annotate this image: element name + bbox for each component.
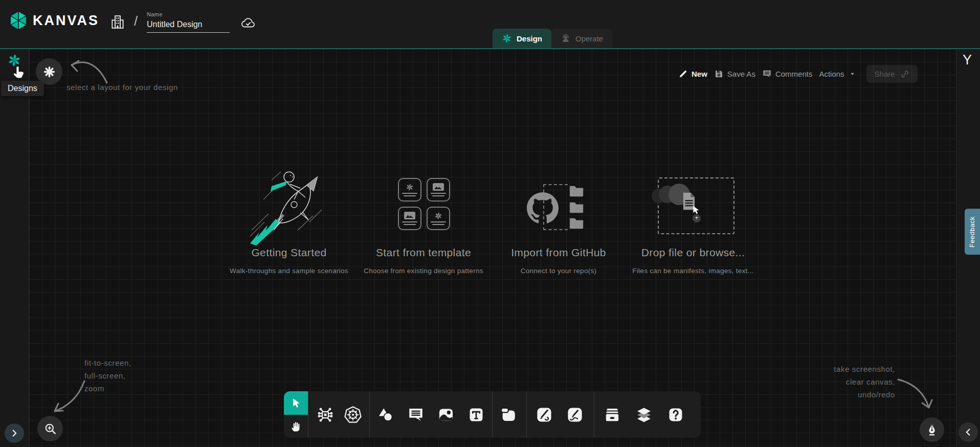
bottom-toolbar — [284, 391, 701, 438]
design-shutter-icon — [502, 33, 512, 43]
brand-logo[interactable]: KANVAS — [8, 10, 99, 31]
new-design-button[interactable]: New — [678, 69, 707, 79]
left-rail — [0, 49, 29, 447]
card-subtitle: Walk-throughs and sample scenarios — [228, 267, 350, 275]
tab-design[interactable]: Design — [493, 29, 551, 48]
folder-icon — [569, 184, 584, 199]
zoom-hint-line2: full-screen, — [84, 369, 131, 382]
actions-hint-line1: take screenshot, — [798, 363, 895, 375]
comment-icon — [407, 406, 425, 423]
collapse-right-panel-button[interactable] — [959, 422, 978, 442]
card-title: Start from template — [362, 247, 485, 259]
path-separator: / — [134, 13, 138, 29]
card-subtitle: Files can be manifests, images, text... — [632, 267, 754, 275]
canvas-top-border — [0, 48, 980, 49]
drop-file-illustration: + — [632, 169, 754, 244]
design-name-input[interactable] — [147, 19, 230, 33]
kanvas-hexagon-icon — [8, 10, 29, 31]
card-title: Drop file or browse... — [632, 247, 754, 259]
template-cell-image — [398, 207, 421, 230]
rocket-illustration — [228, 169, 350, 244]
toolbar-group-annotate — [370, 391, 492, 438]
layout-hint-text: select a layout for your design — [66, 83, 178, 92]
comment-tool[interactable] — [407, 406, 425, 424]
text-tool[interactable] — [467, 406, 485, 424]
layers-tool[interactable] — [635, 406, 653, 424]
share-label: Share — [875, 70, 895, 78]
operate-person-icon — [561, 33, 571, 43]
github-illustration — [497, 169, 620, 244]
cursor-arrow-icon — [290, 397, 302, 409]
image-icon — [437, 406, 455, 423]
toolbar-group-draw — [527, 391, 594, 438]
container-shape-icon — [500, 406, 517, 423]
card-subtitle: Choose from existing design patterns — [362, 267, 485, 275]
shapes-icon — [377, 406, 394, 423]
toolbar-group-infra — [308, 391, 369, 438]
tab-design-label: Design — [517, 34, 542, 43]
comments-label: Comments — [775, 70, 813, 78]
expand-left-panel-button[interactable] — [5, 423, 24, 443]
zoom-button[interactable] — [37, 416, 63, 441]
drawer-icon — [604, 406, 621, 423]
design-actions-toolbar: New Save As Comments Actions Share — [678, 65, 918, 83]
folder-icon — [569, 216, 584, 231]
template-cell-image — [427, 178, 450, 202]
design-name-label: Name — [147, 11, 230, 17]
cloud-sync-icon — [240, 15, 256, 33]
card-getting-started[interactable]: Getting Started Walk-throughs and sample… — [228, 169, 350, 286]
tab-operate[interactable]: Operate — [551, 29, 612, 48]
freehand-tool[interactable] — [566, 406, 584, 424]
card-start-from-template[interactable]: Start from template Choose from existing… — [362, 169, 485, 286]
card-title: Getting Started — [228, 247, 350, 259]
shapes-tool[interactable] — [376, 406, 395, 424]
zoom-hint-line1: fit-to-screen, — [84, 356, 131, 369]
template-cell-shutter — [398, 178, 421, 202]
mode-tabs: Design Operate — [493, 29, 612, 48]
comments-button[interactable]: Comments — [762, 69, 813, 79]
select-tool[interactable] — [284, 391, 308, 415]
actions-dropdown[interactable]: Actions — [819, 70, 856, 78]
design-name-block: Name — [147, 11, 230, 33]
actions-hint-line2: clear canvas, — [798, 375, 895, 388]
brand-name: KANVAS — [33, 13, 99, 29]
edge-tool[interactable] — [535, 406, 553, 424]
toolbar-group-misc — [594, 391, 699, 438]
asterisk-icon — [43, 65, 56, 78]
component-tool[interactable] — [316, 406, 335, 424]
chevron-left-icon — [963, 427, 974, 438]
help-tool[interactable] — [666, 406, 685, 424]
card-title: Import from GitHub — [497, 247, 620, 259]
question-mark-icon — [667, 406, 684, 423]
new-label: New — [692, 70, 707, 78]
comment-icon — [762, 69, 772, 79]
pencil-squiggle-icon — [566, 406, 584, 423]
link-icon — [900, 70, 909, 79]
organization-icon[interactable] — [110, 14, 125, 32]
save-as-button[interactable]: Save As — [714, 69, 755, 79]
catalog-tool[interactable] — [603, 406, 621, 424]
card-drop-file[interactable]: + Drop file or browse... Files can be ma… — [632, 169, 754, 286]
template-grid-illustration — [362, 169, 485, 244]
container-tool[interactable] — [499, 406, 518, 424]
floppy-icon — [714, 69, 724, 79]
template-cell-shutter — [427, 207, 450, 230]
pan-tool[interactable] — [284, 415, 308, 438]
kubernetes-wheel-icon — [344, 406, 362, 424]
kubernetes-tool[interactable] — [344, 406, 362, 424]
feedback-tab[interactable]: Feedback — [965, 209, 980, 255]
share-button[interactable]: Share — [866, 65, 918, 83]
zoom-in-icon — [43, 422, 57, 436]
designs-tooltip: Designs — [1, 81, 44, 96]
canvas-actions-button[interactable] — [920, 417, 944, 442]
chevron-right-icon — [9, 428, 20, 439]
chip-icon — [316, 406, 335, 424]
card-import-from-github[interactable]: Import from GitHub Connect to your repo(… — [497, 169, 620, 286]
right-panel-y-icon[interactable]: Y — [963, 52, 972, 68]
zoom-hint-line3: zoom — [84, 382, 131, 395]
pen-nib-icon — [925, 423, 939, 436]
toolbar-group-container — [493, 391, 526, 438]
actions-hint-line3: undo/redo — [798, 388, 895, 401]
save-as-label: Save As — [727, 70, 755, 78]
image-tool[interactable] — [437, 406, 455, 424]
